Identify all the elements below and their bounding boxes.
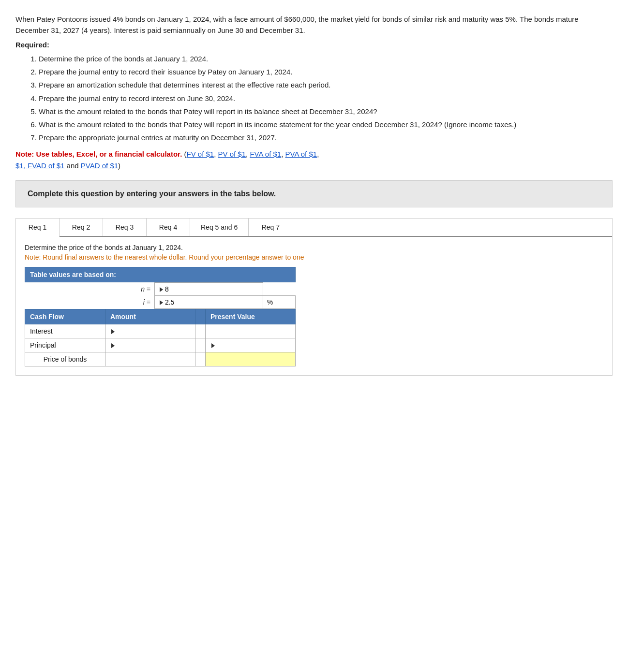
fva-link[interactable]: FVA of $1 xyxy=(250,150,281,158)
interest-pv-input[interactable] xyxy=(210,327,254,335)
n-arrow-icon xyxy=(160,287,163,292)
cf-header-row: Cash Flow Amount Present Value xyxy=(25,309,296,324)
tab-req7[interactable]: Req 7 xyxy=(249,219,292,236)
tab-content-req1: Determine the price of the bonds at Janu… xyxy=(16,237,612,375)
note-line: Note: Use tables, Excel, or a financial … xyxy=(15,148,613,172)
tab-req1[interactable]: Req 1 xyxy=(16,219,60,237)
i-input[interactable] xyxy=(165,298,189,306)
pv-link[interactable]: PV of $1 xyxy=(218,150,246,158)
n-label: n = xyxy=(25,282,155,295)
n-row: n = xyxy=(25,282,296,295)
price-spacer xyxy=(195,352,205,366)
note-bold: Note: Use tables, Excel, or a financial … xyxy=(15,150,182,158)
percent-sign: % xyxy=(263,295,295,308)
interest-pv[interactable] xyxy=(205,324,295,338)
interest-amount-arrow xyxy=(111,329,115,334)
fv-link[interactable]: FV of $1 xyxy=(186,150,214,158)
tabs-row: Req 1 Req 2 Req 3 Req 4 Req 5 and 6 Req … xyxy=(16,219,612,237)
col-spacer xyxy=(195,309,205,324)
col-present-value: Present Value xyxy=(205,309,295,324)
col-cash-flow: Cash Flow xyxy=(25,309,105,324)
req1-note: Note: Round final answers to the nearest… xyxy=(25,253,603,261)
interest-amount-input[interactable] xyxy=(117,327,160,335)
i-input-cell xyxy=(155,295,263,308)
pvad-link[interactable]: PVAD of $1 xyxy=(81,161,118,170)
intro-paragraph: When Patey Pontoons issued 4% bonds on J… xyxy=(15,14,613,36)
price-amount xyxy=(105,352,195,366)
req-6: What is the amount related to the bonds … xyxy=(39,119,613,130)
interest-spacer xyxy=(195,324,205,338)
principal-pv-input[interactable] xyxy=(217,341,260,349)
i-label: i = xyxy=(25,295,155,308)
n-input[interactable] xyxy=(165,285,194,293)
req-5: What is the amount related to the bonds … xyxy=(39,106,613,117)
row-interest: Interest xyxy=(25,324,296,338)
principal-pv[interactable] xyxy=(205,338,295,352)
required-label: Required: xyxy=(15,39,613,50)
price-pv[interactable] xyxy=(205,352,295,366)
i-arrow-icon xyxy=(160,300,163,305)
complete-box: Complete this question by entering your … xyxy=(15,180,613,207)
price-label: Price of bonds xyxy=(25,352,105,366)
n-input-cell xyxy=(155,282,263,295)
tab-req56[interactable]: Req 5 and 6 xyxy=(190,219,249,236)
req1-description: Determine the price of the bonds at Janu… xyxy=(25,244,603,251)
i-row: i = % xyxy=(25,295,296,308)
col-amount: Amount xyxy=(105,309,195,324)
principal-label: Principal xyxy=(25,338,105,352)
req-1: Determine the price of the bonds at Janu… xyxy=(39,53,613,64)
principal-pv-arrow xyxy=(211,343,215,348)
req-4: Prepare the journal entry to record inte… xyxy=(39,93,613,104)
req-3: Prepare an amortization schedule that de… xyxy=(39,79,613,90)
tabs-container: Req 1 Req 2 Req 3 Req 4 Req 5 and 6 Req … xyxy=(15,218,613,376)
price-pv-input[interactable] xyxy=(210,355,254,363)
problem-text: When Patey Pontoons issued 4% bonds on J… xyxy=(15,14,613,172)
interest-label: Interest xyxy=(25,324,105,338)
principal-spacer xyxy=(195,338,205,352)
tab-req3[interactable]: Req 3 xyxy=(103,219,147,236)
principal-amount[interactable] xyxy=(105,338,195,352)
cf-table: Cash Flow Amount Present Value Interest xyxy=(25,309,296,366)
table-header: Table values are based on: xyxy=(25,267,296,282)
principal-amount-input[interactable] xyxy=(117,341,160,349)
fvad-link[interactable]: $1, FVAD of $1 xyxy=(15,161,64,170)
interest-amount[interactable] xyxy=(105,324,195,338)
tab-req2[interactable]: Req 2 xyxy=(60,219,103,236)
requirements-list: Determine the price of the bonds at Janu… xyxy=(39,53,613,144)
req-2: Prepare the journal entry to record thei… xyxy=(39,66,613,77)
complete-text: Complete this question by entering your … xyxy=(28,190,276,198)
tab-req4[interactable]: Req 4 xyxy=(147,219,190,236)
row-principal: Principal xyxy=(25,338,296,352)
req-7: Prepare the appropriate journal entries … xyxy=(39,132,613,143)
principal-amount-arrow xyxy=(111,343,115,348)
pva-link[interactable]: PVA of $1 xyxy=(285,150,317,158)
input-table: n = i = % xyxy=(25,282,296,309)
row-price-of-bonds: Price of bonds xyxy=(25,352,296,366)
